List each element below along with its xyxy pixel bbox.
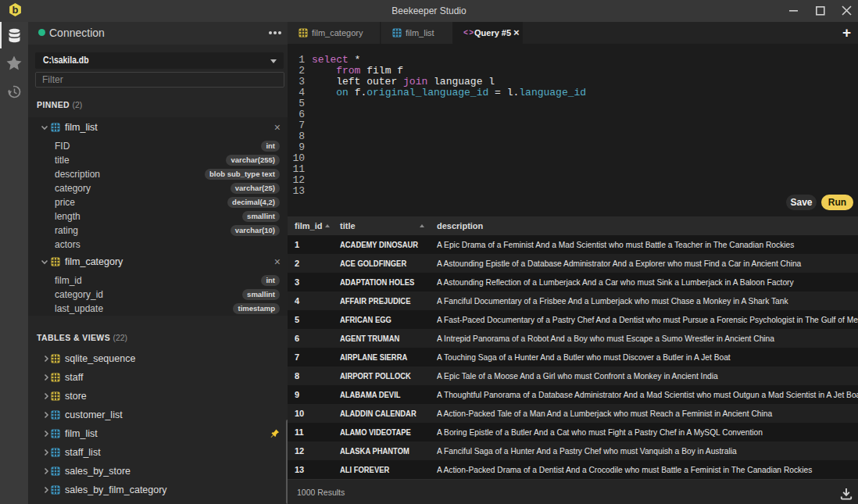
svg-text:b: b (13, 4, 19, 16)
